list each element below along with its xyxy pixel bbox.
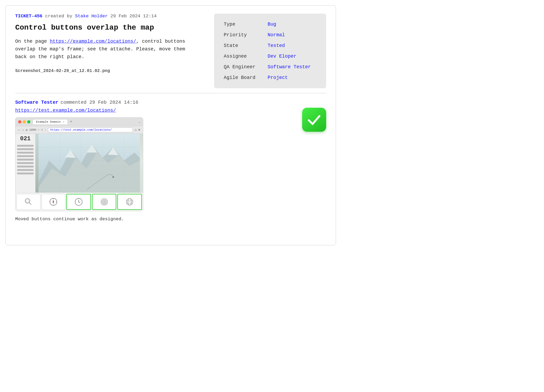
map-area: 021 bbox=[15, 134, 143, 193]
ticket-body: On the page https://example.com/location… bbox=[15, 38, 206, 61]
section-divider bbox=[15, 93, 326, 93]
meta-priority-row: Priority Normal bbox=[222, 30, 319, 40]
comment-right bbox=[302, 108, 326, 132]
sidebar-bar-6 bbox=[17, 162, 34, 164]
comment-body-row: https://test.example.com/locations/ Exam… bbox=[15, 108, 326, 211]
sidebar-bar-4 bbox=[17, 155, 34, 157]
terrain-svg bbox=[35, 134, 143, 193]
svg-marker-23 bbox=[53, 200, 54, 202]
state-label: State bbox=[222, 40, 266, 51]
control-btn-1[interactable] bbox=[17, 194, 41, 210]
board-label: Agile Board bbox=[222, 72, 266, 83]
control-btn-2[interactable] bbox=[42, 194, 66, 210]
sidebar-counter: 021 bbox=[17, 135, 34, 142]
board-value[interactable]: Project bbox=[266, 72, 319, 83]
comment-url-link[interactable]: https://test.example.com/locations/ bbox=[15, 108, 294, 113]
comment-section: Software Tester commented 29 Feb 2024 14… bbox=[15, 100, 326, 222]
svg-marker-24 bbox=[53, 202, 54, 204]
window-controls bbox=[18, 120, 30, 123]
left-column: TICKET-456 created by Stake Holder 29 Fe… bbox=[15, 14, 214, 73]
meta-assignee-row: Assignee Dev Eloper bbox=[222, 51, 319, 62]
svg-point-15 bbox=[25, 199, 30, 203]
control-buttons-row bbox=[15, 193, 143, 211]
created-by-label: created by bbox=[45, 14, 75, 19]
type-label: Type bbox=[222, 19, 266, 30]
author-link[interactable]: Stake Holder bbox=[75, 14, 107, 19]
comment-meta: commented 29 Feb 2024 14:16 bbox=[61, 100, 138, 105]
sidebar-bar-9 bbox=[17, 173, 34, 174]
close-dot bbox=[18, 120, 21, 123]
zoom-plus-icon[interactable]: + bbox=[41, 128, 43, 131]
window-size-icon: ⌄ bbox=[138, 120, 140, 123]
ticket-url-link[interactable]: https://example.com/locations/ bbox=[50, 39, 136, 44]
assignee-label: Assignee bbox=[222, 51, 266, 62]
zoom-level: 100% bbox=[29, 128, 36, 131]
control-btn-3[interactable] bbox=[66, 194, 91, 210]
ticket-container: TICKET-456 created by Stake Holder 29 Fe… bbox=[5, 5, 336, 245]
created-date: 29 Feb 2024 12:14 bbox=[110, 14, 157, 19]
map-sidebar: 021 bbox=[15, 134, 35, 193]
meta-panel: Type Bug Priority Normal State Tested As… bbox=[214, 14, 326, 88]
qa-value[interactable]: Software Tester bbox=[266, 62, 319, 72]
maximize-dot bbox=[27, 120, 30, 123]
ticket-id[interactable]: TICKET-456 bbox=[15, 14, 42, 19]
assignee-value[interactable]: Dev Eloper bbox=[266, 51, 319, 62]
meta-board-row: Agile Board Project bbox=[222, 72, 319, 83]
sidebar-bar-5 bbox=[17, 159, 34, 161]
priority-label: Priority bbox=[222, 30, 266, 40]
sidebar-bar-7 bbox=[17, 166, 34, 167]
new-tab-icon[interactable]: + bbox=[70, 120, 72, 124]
meta-qa-row: QA Engineer Software Tester bbox=[222, 62, 319, 72]
bookmark-icon[interactable]: ⌂ bbox=[134, 128, 137, 132]
ticket-title: Control buttons overlap the map bbox=[15, 23, 206, 32]
browser-nav: ← → ↺ 100% − + | https://test.example.co… bbox=[15, 126, 143, 134]
sidebar-bar-2 bbox=[17, 148, 34, 150]
browser-screenshot: Example Domain ✕ + ⌄ ← → ↺ 100% − bbox=[15, 117, 143, 211]
browser-content: 021 bbox=[15, 134, 143, 211]
zoom-minus-icon[interactable]: − bbox=[38, 128, 40, 131]
refresh-icon[interactable]: ↺ bbox=[26, 128, 28, 132]
browser-tab[interactable]: Example Domain ✕ bbox=[33, 119, 68, 124]
tab-title: Example Domain bbox=[36, 120, 61, 123]
priority-value[interactable]: Normal bbox=[266, 30, 319, 40]
meta-table: Type Bug Priority Normal State Tested As… bbox=[222, 19, 319, 83]
control-btn-5[interactable] bbox=[117, 194, 142, 210]
menu-icon[interactable]: ≡ bbox=[138, 128, 140, 132]
sidebar-bar-1 bbox=[17, 145, 34, 147]
svg-point-32 bbox=[104, 201, 105, 202]
sidebar-bar-8 bbox=[17, 169, 34, 171]
meta-type-row: Type Bug bbox=[222, 19, 319, 30]
browser-toolbar: Example Domain ✕ + ⌄ bbox=[15, 118, 143, 126]
comment-left: https://test.example.com/locations/ Exam… bbox=[15, 108, 294, 211]
body-prefix: On the page bbox=[15, 39, 50, 44]
type-value[interactable]: Bug bbox=[266, 19, 319, 30]
checkmark-badge bbox=[302, 108, 326, 132]
map-image bbox=[35, 134, 143, 193]
forward-icon[interactable]: → bbox=[22, 128, 24, 132]
ticket-meta: TICKET-456 created by Stake Holder 29 Fe… bbox=[15, 14, 206, 19]
svg-point-28 bbox=[78, 201, 79, 202]
tab-close-icon[interactable]: ✕ bbox=[63, 120, 64, 123]
state-value[interactable]: Tested bbox=[266, 40, 319, 51]
svg-line-16 bbox=[29, 203, 31, 205]
svg-point-17 bbox=[26, 199, 29, 202]
back-icon[interactable]: ← bbox=[18, 128, 20, 132]
comment-author[interactable]: Software Tester bbox=[15, 100, 58, 105]
comment-footer: Moved buttons continue work as designed. bbox=[15, 217, 326, 222]
control-btn-4[interactable] bbox=[92, 194, 117, 210]
checkmark-svg bbox=[306, 112, 322, 128]
comment-header: Software Tester commented 29 Feb 2024 14… bbox=[15, 100, 326, 105]
qa-label: QA Engineer bbox=[222, 62, 266, 72]
attachment-name: Screenshot_2024-02-29_at_12.01.02.png bbox=[15, 69, 206, 73]
meta-state-row: State Tested bbox=[222, 40, 319, 51]
minimize-dot bbox=[23, 120, 26, 123]
sidebar-bar-3 bbox=[17, 152, 34, 154]
svg-point-14 bbox=[113, 176, 114, 178]
url-bar[interactable]: https://test.example.com/locations/ bbox=[48, 127, 133, 132]
top-section: TICKET-456 created by Stake Holder 29 Fe… bbox=[15, 14, 326, 88]
